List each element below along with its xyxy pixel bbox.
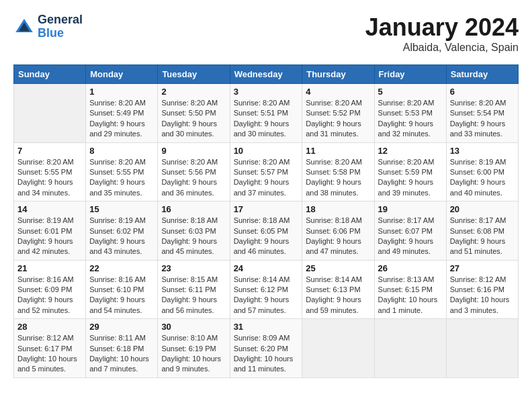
- calendar-cell: [14, 84, 86, 143]
- day-info: Sunrise: 8:20 AMSunset: 5:54 PMDaylight:…: [450, 98, 515, 140]
- logo-text: General Blue: [38, 13, 83, 40]
- day-number: 26: [378, 263, 443, 273]
- day-number: 13: [450, 146, 515, 156]
- calendar-cell: 11Sunrise: 8:20 AMSunset: 5:58 PMDayligh…: [302, 142, 374, 201]
- day-info: Sunrise: 8:20 AMSunset: 5:52 PMDaylight:…: [306, 98, 370, 140]
- calendar-cell: 13Sunrise: 8:19 AMSunset: 6:00 PMDayligh…: [446, 142, 518, 201]
- day-of-week-header: Friday: [374, 65, 446, 84]
- day-info: Sunrise: 8:12 AMSunset: 6:16 PMDaylight:…: [450, 275, 515, 316]
- calendar-cell: 21Sunrise: 8:16 AMSunset: 6:09 PMDayligh…: [14, 260, 86, 319]
- day-of-week-header: Wednesday: [230, 65, 302, 84]
- day-info: Sunrise: 8:17 AMSunset: 6:08 PMDaylight:…: [450, 216, 515, 257]
- title-block: January 2024 Albaida, Valencia, Spain: [365, 13, 519, 54]
- day-number: 17: [234, 204, 299, 214]
- day-info: Sunrise: 8:14 AMSunset: 6:12 PMDaylight:…: [234, 275, 299, 316]
- day-info: Sunrise: 8:09 AMSunset: 6:20 PMDaylight:…: [234, 333, 299, 375]
- calendar-cell: 29Sunrise: 8:11 AMSunset: 6:18 PMDayligh…: [86, 319, 158, 378]
- day-number: 25: [306, 263, 370, 273]
- day-number: 4: [306, 87, 370, 97]
- day-info: Sunrise: 8:20 AMSunset: 5:50 PMDaylight:…: [161, 98, 226, 140]
- calendar-cell: 2Sunrise: 8:20 AMSunset: 5:50 PMDaylight…: [158, 84, 230, 143]
- day-info: Sunrise: 8:19 AMSunset: 6:01 PMDaylight:…: [17, 216, 82, 257]
- day-number: 15: [89, 204, 154, 214]
- day-number: 20: [450, 204, 515, 214]
- calendar-cell: 31Sunrise: 8:09 AMSunset: 6:20 PMDayligh…: [230, 319, 302, 378]
- calendar-cell: 28Sunrise: 8:12 AMSunset: 6:17 PMDayligh…: [14, 319, 86, 378]
- day-number: 28: [17, 322, 82, 332]
- day-info: Sunrise: 8:16 AMSunset: 6:10 PMDaylight:…: [89, 275, 154, 316]
- calendar-week-row: 21Sunrise: 8:16 AMSunset: 6:09 PMDayligh…: [14, 260, 519, 319]
- day-info: Sunrise: 8:17 AMSunset: 6:07 PMDaylight:…: [378, 216, 443, 257]
- day-info: Sunrise: 8:20 AMSunset: 5:58 PMDaylight:…: [306, 157, 370, 199]
- day-number: 1: [89, 87, 154, 97]
- calendar-cell: 9Sunrise: 8:20 AMSunset: 5:56 PMDaylight…: [158, 142, 230, 201]
- calendar-cell: [302, 319, 374, 378]
- calendar-cell: 26Sunrise: 8:13 AMSunset: 6:15 PMDayligh…: [374, 260, 446, 319]
- calendar-table: SundayMondayTuesdayWednesdayThursdayFrid…: [13, 64, 519, 378]
- day-info: Sunrise: 8:20 AMSunset: 5:56 PMDaylight:…: [161, 157, 226, 199]
- calendar-cell: 18Sunrise: 8:18 AMSunset: 6:06 PMDayligh…: [302, 201, 374, 261]
- calendar-cell: 23Sunrise: 8:15 AMSunset: 6:11 PMDayligh…: [158, 260, 230, 319]
- day-number: 2: [161, 87, 226, 97]
- day-info: Sunrise: 8:18 AMSunset: 6:05 PMDaylight:…: [234, 216, 299, 257]
- calendar-cell: 1Sunrise: 8:20 AMSunset: 5:49 PMDaylight…: [86, 84, 158, 143]
- day-info: Sunrise: 8:20 AMSunset: 5:49 PMDaylight:…: [89, 98, 154, 140]
- day-of-week-header: Tuesday: [158, 65, 230, 84]
- day-info: Sunrise: 8:20 AMSunset: 5:55 PMDaylight:…: [17, 157, 82, 199]
- day-number: 29: [89, 322, 154, 332]
- day-of-week-header: Sunday: [14, 65, 86, 84]
- calendar-cell: 22Sunrise: 8:16 AMSunset: 6:10 PMDayligh…: [86, 260, 158, 319]
- day-number: 22: [89, 263, 154, 273]
- day-number: 18: [306, 204, 370, 214]
- calendar-cell: 8Sunrise: 8:20 AMSunset: 5:55 PMDaylight…: [86, 142, 158, 201]
- calendar-header-row: SundayMondayTuesdayWednesdayThursdayFrid…: [14, 65, 519, 84]
- day-info: Sunrise: 8:11 AMSunset: 6:18 PMDaylight:…: [89, 333, 154, 375]
- day-info: Sunrise: 8:20 AMSunset: 5:57 PMDaylight:…: [234, 157, 299, 199]
- logo: General Blue: [13, 13, 83, 40]
- day-number: 6: [450, 87, 515, 97]
- day-of-week-header: Monday: [86, 65, 158, 84]
- day-info: Sunrise: 8:20 AMSunset: 5:59 PMDaylight:…: [378, 157, 443, 199]
- day-number: 19: [378, 204, 443, 214]
- day-of-week-header: Thursday: [302, 65, 374, 84]
- day-number: 9: [161, 146, 226, 156]
- day-number: 31: [234, 322, 299, 332]
- day-number: 10: [234, 146, 299, 156]
- day-number: 23: [161, 263, 226, 273]
- day-info: Sunrise: 8:15 AMSunset: 6:11 PMDaylight:…: [161, 275, 226, 316]
- day-number: 27: [450, 263, 515, 273]
- day-number: 3: [234, 87, 299, 97]
- day-info: Sunrise: 8:16 AMSunset: 6:09 PMDaylight:…: [17, 275, 82, 316]
- calendar-week-row: 1Sunrise: 8:20 AMSunset: 5:49 PMDaylight…: [14, 84, 519, 143]
- day-number: 7: [17, 146, 82, 156]
- page-header: General Blue January 2024 Albaida, Valen…: [13, 13, 519, 54]
- day-info: Sunrise: 8:18 AMSunset: 6:03 PMDaylight:…: [161, 216, 226, 257]
- calendar-cell: 12Sunrise: 8:20 AMSunset: 5:59 PMDayligh…: [374, 142, 446, 201]
- logo-icon: [13, 16, 35, 38]
- calendar-cell: 17Sunrise: 8:18 AMSunset: 6:05 PMDayligh…: [230, 201, 302, 261]
- calendar-title: January 2024: [365, 13, 519, 42]
- day-number: 8: [89, 146, 154, 156]
- calendar-cell: 6Sunrise: 8:20 AMSunset: 5:54 PMDaylight…: [446, 84, 518, 143]
- day-info: Sunrise: 8:18 AMSunset: 6:06 PMDaylight:…: [306, 216, 370, 257]
- calendar-cell: 10Sunrise: 8:20 AMSunset: 5:57 PMDayligh…: [230, 142, 302, 201]
- day-number: 12: [378, 146, 443, 156]
- day-number: 5: [378, 87, 443, 97]
- day-info: Sunrise: 8:19 AMSunset: 6:02 PMDaylight:…: [89, 216, 154, 257]
- day-info: Sunrise: 8:20 AMSunset: 5:51 PMDaylight:…: [234, 98, 299, 140]
- calendar-cell: 25Sunrise: 8:14 AMSunset: 6:13 PMDayligh…: [302, 260, 374, 319]
- calendar-cell: 4Sunrise: 8:20 AMSunset: 5:52 PMDaylight…: [302, 84, 374, 143]
- calendar-week-row: 28Sunrise: 8:12 AMSunset: 6:17 PMDayligh…: [14, 319, 519, 378]
- calendar-cell: 27Sunrise: 8:12 AMSunset: 6:16 PMDayligh…: [446, 260, 518, 319]
- calendar-week-row: 7Sunrise: 8:20 AMSunset: 5:55 PMDaylight…: [14, 142, 519, 201]
- day-info: Sunrise: 8:19 AMSunset: 6:00 PMDaylight:…: [450, 157, 515, 199]
- calendar-cell: 14Sunrise: 8:19 AMSunset: 6:01 PMDayligh…: [14, 201, 86, 261]
- calendar-cell: 3Sunrise: 8:20 AMSunset: 5:51 PMDaylight…: [230, 84, 302, 143]
- day-number: 21: [17, 263, 82, 273]
- calendar-cell: 7Sunrise: 8:20 AMSunset: 5:55 PMDaylight…: [14, 142, 86, 201]
- calendar-cell: 19Sunrise: 8:17 AMSunset: 6:07 PMDayligh…: [374, 201, 446, 261]
- calendar-cell: 30Sunrise: 8:10 AMSunset: 6:19 PMDayligh…: [158, 319, 230, 378]
- day-info: Sunrise: 8:20 AMSunset: 5:53 PMDaylight:…: [378, 98, 443, 140]
- day-number: 24: [234, 263, 299, 273]
- day-info: Sunrise: 8:12 AMSunset: 6:17 PMDaylight:…: [17, 333, 82, 375]
